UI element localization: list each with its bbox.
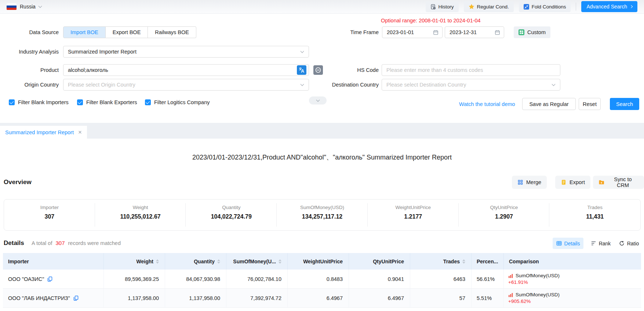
tab-export-boe[interactable]: Export BOE — [106, 26, 148, 38]
history-button[interactable]: History — [426, 1, 459, 12]
stat-label: Importer — [4, 205, 95, 210]
merge-icon — [517, 179, 523, 185]
sort-icon[interactable] — [156, 259, 159, 264]
comparison-metric: SumOfMoney(USD) — [516, 273, 560, 278]
stat-label: Quantity — [186, 205, 277, 210]
topbar-actions: History Regular Cond. Fold Conditions Ad… — [426, 1, 637, 12]
hs-code-input[interactable] — [386, 67, 556, 73]
column-header-quantity[interactable]: Quantity — [165, 253, 226, 270]
table-row: ООО "ОАЗИС" 89,596,369.25 84,067,930.98 … — [3, 270, 641, 289]
export-icon — [561, 179, 567, 185]
custom-range-button[interactable]: Custom — [514, 26, 550, 38]
translate-icon[interactable]: A — [297, 65, 306, 75]
search-button[interactable]: Search — [610, 98, 639, 110]
save-as-regular-button[interactable]: Save as Regular — [522, 98, 576, 110]
destination-country-select[interactable]: Please select Destination Country — [382, 79, 560, 91]
history-icon — [430, 4, 436, 10]
sum-of-money-cell: 7,392,974.72 — [226, 289, 288, 307]
chart-icon — [508, 292, 513, 297]
view-rank-button[interactable]: Rank — [588, 238, 614, 249]
column-header-importer: Importer — [3, 253, 104, 270]
filter-blank-exporters-checkbox[interactable]: Filter Blank Exporters — [77, 99, 137, 105]
close-icon[interactable]: × — [78, 129, 82, 135]
top-bar: Russia History Regular Cond. Fold Con — [0, 0, 644, 14]
stat-label: WeightUnitPrice — [368, 205, 459, 210]
sync-crm-icon — [598, 179, 604, 185]
table-row: ООО "ЛАБ ИНДАСТРИЗ" 1,137,958.00 1,137,9… — [3, 289, 641, 308]
sync-to-crm-label: Sync to CRM — [607, 176, 638, 188]
fold-conditions-button[interactable]: Fold Conditions — [519, 1, 571, 12]
date-from-input[interactable] — [387, 29, 433, 35]
industry-analysis-label: Industry Analysis — [0, 46, 59, 58]
filter-logitics-company-label: Filter Logitics Company — [154, 99, 210, 105]
qty-unit-price-cell: 0.9041 — [349, 270, 410, 288]
sort-icon[interactable] — [217, 259, 220, 264]
column-header-trades[interactable]: Trades — [410, 253, 472, 270]
hs-code-field[interactable] — [382, 64, 560, 76]
percent-cell: 56.61% — [472, 270, 504, 288]
checkbox-checked-icon — [77, 99, 83, 105]
advanced-search-button[interactable]: Advanced Search — [581, 1, 637, 12]
stat-qty-unit-price: QtyUnitPrice 1.2907 — [459, 200, 550, 230]
date-to-input[interactable] — [450, 29, 495, 35]
sync-to-crm-button[interactable]: Sync to CRM — [593, 176, 644, 189]
quantity-cell: 84,067,930.98 — [165, 270, 226, 288]
date-to-field[interactable] — [445, 26, 504, 38]
regular-cond-button[interactable]: Regular Cond. — [464, 1, 514, 12]
importer-name-link[interactable]: ООО "ОАЗИС" — [8, 276, 44, 282]
weight-cell: 1,137,958.00 — [104, 289, 165, 307]
stat-value: 307 — [4, 213, 95, 220]
merge-button[interactable]: Merge — [512, 176, 547, 189]
view-details-button[interactable]: Details — [553, 238, 583, 249]
collapse-form-toggle[interactable] — [309, 96, 327, 105]
fold-conditions-label: Fold Conditions — [532, 4, 566, 10]
chevron-down-icon — [552, 83, 556, 86]
page: Russia History Regular Cond. Fold Con — [0, 0, 644, 311]
time-frame-label: Time Frame — [316, 26, 379, 38]
tab-railways-boe[interactable]: Railways BOE — [148, 26, 196, 38]
filter-blank-importers-label: Filter Blank Importers — [18, 99, 69, 105]
view-ratio-button[interactable]: Ratio — [616, 238, 641, 249]
importer-name-link[interactable]: ООО "ЛАБ ИНДАСТРИЗ" — [8, 295, 70, 301]
tab-bar: Summarized Importer Report × — [0, 123, 644, 139]
total-suffix: records were matched — [68, 240, 121, 246]
comparison-cell: SumOfMoney(USD) +61.91% — [504, 270, 641, 288]
filter-blank-importers-checkbox[interactable]: Filter Blank Importers — [9, 99, 69, 105]
column-header-weight[interactable]: Weight — [104, 253, 165, 270]
product-input[interactable] — [68, 67, 297, 73]
column-header-sum-of-money[interactable]: SumOfMoney(U... — [226, 253, 288, 270]
reset-button[interactable]: Reset — [579, 98, 601, 110]
star-icon — [469, 4, 474, 10]
view-details-label: Details — [564, 241, 580, 246]
sort-icon[interactable] — [462, 259, 465, 264]
total-prefix: A total of — [32, 240, 52, 246]
copy-icon[interactable] — [47, 277, 52, 282]
origin-country-select[interactable]: Please select Origin Country — [63, 79, 309, 91]
checkbox-checked-icon — [9, 99, 15, 105]
country-selector[interactable]: Russia — [7, 3, 41, 10]
tab-summarized-importer-report[interactable]: Summarized Importer Report × — [0, 126, 87, 139]
trades-cell: 6463 — [410, 270, 472, 288]
tab-import-boe[interactable]: Import BOE — [63, 26, 106, 38]
stat-value: 1.2907 — [459, 213, 550, 220]
table-header-row: Importer Weight Quantity SumOfMoney(U...… — [3, 253, 641, 270]
tutorial-link[interactable]: Watch the tutorial demo — [459, 98, 515, 110]
product-field[interactable]: A — [63, 64, 309, 76]
optional-range-hint: Optional range: 2008-01-01 to 2024-01-04 — [381, 18, 481, 23]
tab-title: Summarized Importer Report — [5, 129, 74, 135]
filter-logitics-company-checkbox[interactable]: Filter Logitics Company — [145, 99, 210, 105]
russia-flag-icon — [7, 3, 17, 10]
merge-label: Merge — [526, 179, 541, 185]
sort-icon[interactable] — [279, 259, 281, 264]
stat-value: 104,022,724.79 — [186, 213, 277, 220]
stat-label: QtyUnitPrice — [459, 205, 550, 210]
chevron-right-icon — [630, 5, 633, 8]
date-from-field[interactable] — [382, 26, 443, 38]
copy-icon[interactable] — [73, 296, 79, 301]
chevron-down-icon — [301, 83, 304, 86]
industry-analysis-select[interactable]: Summarized Importer Report — [63, 46, 309, 58]
column-header-comparison: Comparison — [504, 253, 641, 270]
data-source-label: Data Source — [0, 26, 59, 38]
export-button[interactable]: Export — [555, 176, 590, 189]
product-label: Product — [0, 64, 59, 76]
